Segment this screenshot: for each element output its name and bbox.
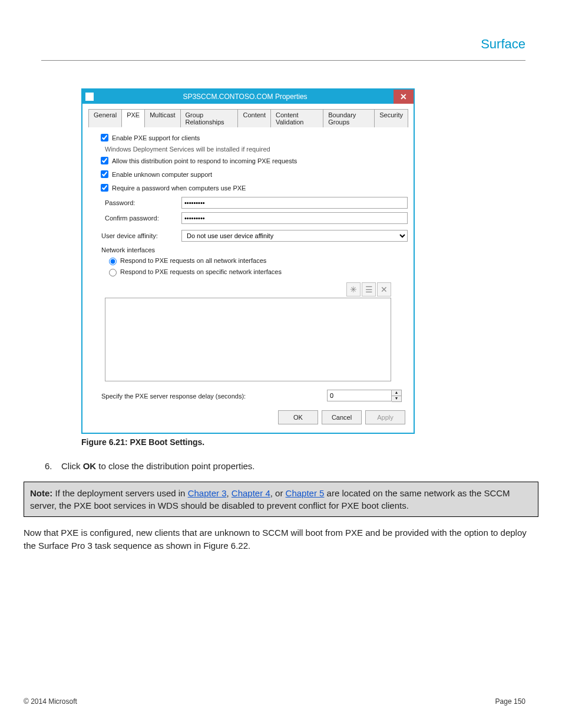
label-all-interfaces: Respond to PXE requests on all network i…	[120, 257, 266, 264]
window-title: SP3SCCM.CONTOSO.COM Properties	[97, 93, 394, 101]
figure-caption: Figure 6.21: PXE Boot Settings.	[81, 437, 538, 447]
tab-strip: GeneralPXEMulticastGroup RelationshipsCo…	[88, 108, 408, 127]
footer-page: Page 150	[495, 697, 525, 706]
window-icon	[85, 92, 94, 101]
affinity-select[interactable]: Do not use user device affinity	[181, 230, 408, 242]
checkbox-require-password[interactable]	[101, 184, 108, 192]
label-enable-unknown: Enable unknown computer support	[112, 171, 212, 178]
spin-up[interactable]: ▲	[392, 390, 401, 396]
tab-multicast[interactable]: Multicast	[144, 109, 180, 127]
interfaces-listbox[interactable]	[105, 298, 391, 381]
wds-note: Windows Deployment Services will be inst…	[105, 146, 408, 153]
label-allow-incoming: Allow this distribution point to respond…	[112, 157, 297, 164]
tab-pxe[interactable]: PXE	[121, 109, 145, 127]
label-require-password: Require a password when computers use PX…	[112, 185, 246, 192]
brand-logo: Surface	[481, 37, 525, 52]
checkbox-enable-unknown[interactable]	[101, 170, 108, 178]
header-rule	[41, 60, 525, 61]
tab-general[interactable]: General	[88, 109, 122, 127]
checkbox-allow-incoming[interactable]	[101, 157, 108, 164]
confirm-password-label: Confirm password:	[105, 215, 181, 222]
tab-content-validation[interactable]: Content Validation	[270, 109, 323, 127]
password-label: Password:	[105, 199, 181, 206]
delay-label: Specify the PXE server response delay (s…	[101, 393, 327, 400]
delete-interface-button[interactable]: ✕	[377, 282, 391, 297]
apply-button[interactable]: Apply	[365, 410, 405, 424]
tab-boundary-groups[interactable]: Boundary Groups	[323, 109, 375, 127]
footer-copyright: © 2014 Microsoft	[24, 697, 77, 706]
note-box: Note: If the deployment servers used in …	[24, 482, 538, 517]
properties-dialog: SP3SCCM.CONTOSO.COM Properties ✕ General…	[81, 88, 415, 434]
delay-input[interactable]	[327, 390, 392, 401]
add-interface-button[interactable]: ✳	[346, 282, 361, 297]
radio-specific-interfaces[interactable]	[109, 269, 117, 276]
tab-content[interactable]: Content	[237, 109, 271, 127]
body-paragraph: Now that PXE is configured, new clients …	[24, 526, 538, 552]
label-specific-interfaces: Respond to PXE requests on specific netw…	[120, 268, 282, 275]
tab-security[interactable]: Security	[374, 109, 408, 127]
step-6: 6. Click OK to close the distribution po…	[45, 461, 538, 471]
spin-down[interactable]: ▼	[392, 396, 401, 401]
checkbox-enable-pxe[interactable]	[101, 134, 108, 141]
affinity-label: User device affinity:	[101, 232, 181, 239]
link-chapter-4[interactable]: Chapter 4	[232, 488, 270, 498]
link-chapter-3[interactable]: Chapter 3	[188, 488, 227, 498]
edit-interface-button[interactable]: ☰	[362, 282, 376, 297]
cancel-button[interactable]: Cancel	[322, 410, 362, 424]
network-interfaces-group: Network interfaces	[101, 246, 408, 253]
confirm-password-input[interactable]	[181, 212, 408, 224]
radio-all-interfaces[interactable]	[109, 258, 117, 265]
password-input[interactable]	[181, 197, 408, 209]
label-enable-pxe: Enable PXE support for clients	[112, 134, 200, 141]
link-chapter-5[interactable]: Chapter 5	[286, 488, 325, 498]
close-button[interactable]: ✕	[394, 90, 414, 104]
ok-button[interactable]: OK	[278, 410, 318, 424]
tab-group-relationships[interactable]: Group Relationships	[180, 109, 239, 127]
